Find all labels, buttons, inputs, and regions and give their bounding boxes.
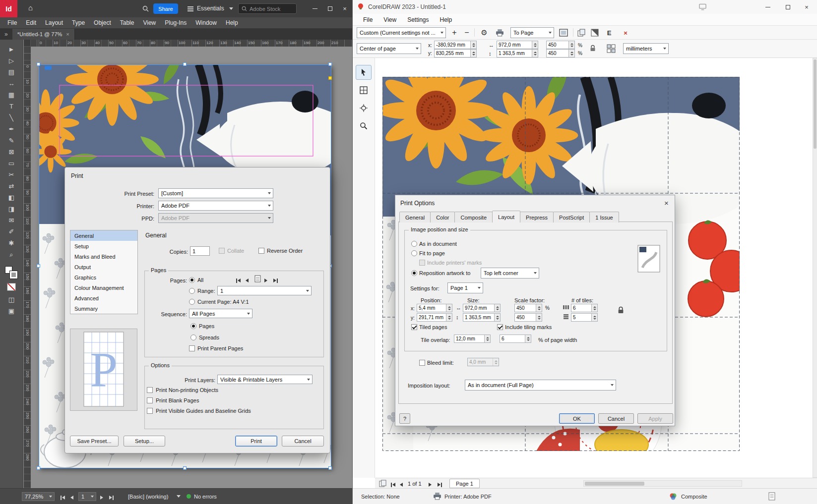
print-options-gear-icon[interactable]: ⚙ [478, 27, 490, 39]
print-icon[interactable] [496, 29, 504, 37]
spinner-icon[interactable] [591, 314, 597, 321]
reverse-order-checkbox[interactable] [258, 248, 264, 254]
next-page-button[interactable] [429, 482, 432, 488]
selection-handle[interactable] [183, 62, 187, 66]
spinner-icon[interactable] [494, 304, 500, 312]
pen-tool[interactable]: ✒ [4, 123, 19, 135]
ok-button[interactable]: OK [559, 413, 595, 424]
menu-item[interactable]: File [358, 14, 378, 26]
maximize-button[interactable] [322, 0, 337, 17]
imposition-layout-tool[interactable] [356, 83, 372, 98]
tile-overlap-percent-field[interactable]: 6 [500, 335, 531, 343]
sequence-select[interactable]: All Pages [189, 309, 252, 318]
tiled-pages-checkbox[interactable] [411, 324, 417, 330]
rectangle-frame-tool[interactable]: ⊠ [4, 146, 19, 158]
spinner-icon[interactable] [525, 335, 531, 342]
menu-item[interactable]: Help [435, 14, 458, 26]
vertical-scrollbar[interactable] [813, 58, 817, 478]
cancel-button[interactable]: Cancel [282, 436, 324, 447]
content-collector-tool[interactable]: ▦ [4, 89, 19, 101]
previous-page-button[interactable] [246, 278, 249, 283]
gap-tool[interactable]: ↔ [4, 78, 19, 89]
size-width-field[interactable]: 972,0 mm [463, 304, 501, 312]
page-tab[interactable]: Page 1 [449, 479, 480, 488]
spinner-icon[interactable] [536, 314, 542, 321]
free-transform-tool[interactable]: ⇄ [4, 180, 19, 192]
line-tool[interactable]: ╲ [4, 112, 19, 123]
gradient-feather-tool[interactable]: ◨ [4, 203, 19, 215]
selection-tool[interactable]: ► [4, 44, 19, 55]
hand-tool[interactable]: ✱ [4, 237, 19, 249]
scrollbar-thumb[interactable] [585, 482, 644, 486]
indesign-app-icon[interactable]: Id [0, 0, 17, 17]
scale-x-field[interactable]: 450 [546, 41, 575, 49]
save-preset-button[interactable]: Save Preset... [70, 436, 119, 447]
vertical-ruler[interactable]: 0102030405060708090100110120130140150160… [24, 47, 31, 488]
horizontal-ruler[interactable]: 0102030405060708090100110120130140150160… [31, 40, 352, 47]
preflight-profile[interactable]: [Basic] (working) [128, 493, 168, 500]
page-options-icon[interactable] [379, 480, 386, 487]
cancel-button[interactable]: Cancel [598, 413, 634, 424]
quick-customize-icon[interactable] [699, 3, 706, 10]
fit-to-page-radio[interactable] [411, 250, 417, 256]
marks-placement-tool[interactable] [356, 101, 372, 115]
print-parent-pages-checkbox[interactable] [189, 345, 195, 351]
tiling-marks-checkbox[interactable] [497, 324, 503, 330]
option-checkbox[interactable] [147, 387, 153, 393]
document-tab[interactable]: *Untitled-1 @ 77% × [12, 29, 75, 40]
spinner-icon[interactable] [591, 304, 597, 312]
home-icon[interactable]: ⌂ [28, 4, 33, 11]
position-x-field[interactable]: -380,929 mm [434, 41, 477, 49]
option-checkbox[interactable] [147, 408, 153, 414]
menu-item[interactable]: Layout [41, 17, 67, 29]
spinner-icon[interactable] [484, 335, 490, 342]
zoom-tool[interactable]: ⌕ [4, 249, 19, 260]
selection-handle[interactable] [328, 62, 332, 66]
option-row[interactable]: Print Blank Pages [147, 397, 251, 403]
document-info-icon[interactable] [768, 492, 775, 501]
gradient-swatch-tool[interactable]: ◧ [4, 192, 19, 203]
imposition-select[interactable]: As in document (Full Page) [465, 380, 616, 391]
setup-button[interactable]: Setup... [124, 436, 165, 447]
close-print-preview-icon[interactable]: × [620, 27, 631, 39]
print-preset-select[interactable]: [Custom] [158, 188, 273, 198]
delete-print-style-button[interactable]: − [461, 27, 473, 39]
menu-item[interactable]: File [3, 17, 21, 29]
next-page-button[interactable] [264, 278, 267, 283]
printer-status[interactable]: Printer: Adobe PDF [444, 493, 492, 500]
print-section-item[interactable]: Output [70, 262, 137, 272]
scale-x-field[interactable]: 450 [514, 304, 542, 312]
size-width-field[interactable]: 972,0 mm [497, 41, 538, 49]
pick-tool[interactable] [356, 65, 372, 80]
spinner-icon[interactable] [494, 314, 500, 321]
menu-item[interactable]: Help [221, 17, 243, 29]
units-select[interactable]: millimeters [623, 43, 669, 54]
dialog-tab[interactable]: Prepress [520, 212, 554, 223]
dialog-tab[interactable]: Composite [454, 212, 493, 223]
spinner-icon[interactable] [470, 41, 476, 49]
dialog-tab[interactable]: Color [430, 212, 455, 223]
menu-item[interactable]: View [378, 14, 402, 26]
menu-item[interactable]: Type [67, 17, 89, 29]
add-print-style-button[interactable]: + [448, 27, 460, 39]
type-tool[interactable]: T [4, 101, 19, 112]
rectangle-tool[interactable]: ▭ [4, 158, 19, 169]
panel-expand-icon[interactable]: » [0, 31, 12, 38]
letter-e-icon[interactable]: E [603, 27, 615, 39]
last-page-button[interactable] [109, 495, 114, 501]
dialog-tab[interactable]: 1 Issue [589, 212, 619, 223]
option-row[interactable]: Print Visible Guides and Baseline Grids [147, 408, 251, 414]
reposition-select[interactable]: Top left corner [481, 268, 539, 279]
frame-anchor-icon[interactable] [45, 66, 52, 70]
invert-icon[interactable] [591, 29, 599, 37]
page-number-select[interactable]: 1 [78, 492, 96, 501]
menu-item[interactable]: Settings [402, 14, 434, 26]
eyedropper-tool[interactable]: ✐ [4, 226, 19, 237]
full-screen-preview-icon[interactable] [559, 29, 568, 37]
maximize-button[interactable] [780, 0, 795, 14]
zoom-to-select[interactable]: To Page [510, 27, 554, 38]
tiling-options-icon[interactable] [607, 44, 616, 53]
print-section-item[interactable]: General [70, 230, 137, 241]
stroke-swatch[interactable] [10, 271, 17, 279]
fill-stroke-swatches[interactable] [5, 266, 18, 279]
